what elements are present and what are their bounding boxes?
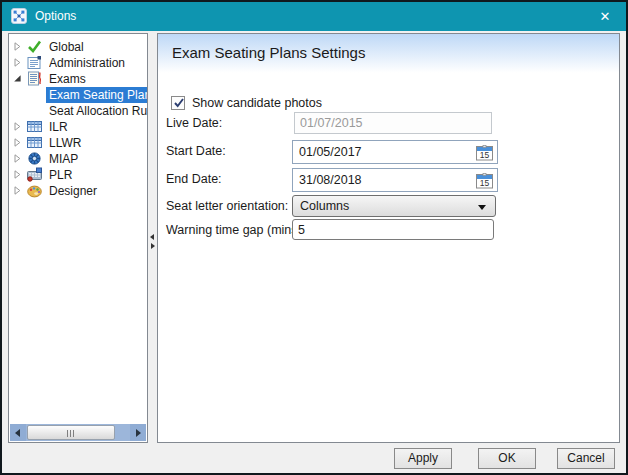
tree-item-designer[interactable]: Designer xyxy=(9,183,147,199)
tree-item-label: Exams xyxy=(49,71,147,87)
expander-expanded-icon[interactable] xyxy=(13,74,22,83)
arrow-left-icon xyxy=(15,429,20,437)
window-title: Options xyxy=(35,9,76,24)
category-tree: Global Administration xyxy=(8,33,148,443)
tree-horizontal-scrollbar[interactable] xyxy=(10,424,146,441)
tree-item-label: Designer xyxy=(49,183,147,199)
tree-item-label: ILR xyxy=(49,119,147,135)
dropdown-selected-value: Columns xyxy=(300,199,349,213)
palette-icon xyxy=(27,183,42,198)
splitter-collapse-icon xyxy=(150,234,154,240)
ok-button[interactable]: OK xyxy=(478,448,536,469)
panel-splitter[interactable] xyxy=(148,33,157,443)
expander-collapsed-icon[interactable] xyxy=(13,170,22,179)
tree-item-label: Global xyxy=(49,39,147,55)
admin-list-icon xyxy=(27,55,42,70)
calendar-icon: 15 xyxy=(476,173,493,189)
warning-time-gap-label: Warning time gap (mins): xyxy=(166,223,305,237)
tree-item-label: Administration xyxy=(49,55,147,71)
tree-item-global[interactable]: Global xyxy=(9,39,147,55)
scroll-right-button[interactable] xyxy=(130,424,146,441)
tree-item-ilr[interactable]: ILR xyxy=(9,119,147,135)
warning-time-gap-input[interactable] xyxy=(292,219,494,240)
page-title: Exam Seating Plans Settings xyxy=(158,34,619,61)
splitter-expand-icon xyxy=(151,243,155,249)
title-bar[interactable]: Options ✕ xyxy=(2,2,626,31)
show-candidate-photos-checkbox[interactable] xyxy=(171,96,185,110)
close-button[interactable]: ✕ xyxy=(584,2,626,31)
live-date-label: Live Date: xyxy=(166,116,222,130)
table-icon xyxy=(27,135,42,150)
check-icon xyxy=(173,97,185,109)
end-date-calendar-button[interactable]: 15 xyxy=(473,171,495,189)
tree-item-label: LLWR xyxy=(49,135,147,151)
close-icon: ✕ xyxy=(600,9,611,24)
calendar-day-text: 15 xyxy=(479,150,489,160)
tree-item-miap[interactable]: MIAP xyxy=(9,151,147,167)
selected-tree-item-label: Exam Seating Plan xyxy=(46,87,147,103)
calendar-icon: 15 xyxy=(476,145,493,161)
scroll-left-button[interactable] xyxy=(10,424,26,441)
start-date-picker[interactable]: 01/05/2017 15 xyxy=(292,140,498,164)
chevron-down-icon xyxy=(478,205,486,210)
apply-button[interactable]: Apply xyxy=(394,448,452,469)
checkbox-label: Show candidate photos xyxy=(192,96,322,111)
calendar-day-text: 15 xyxy=(479,178,489,188)
table-icon xyxy=(27,119,42,134)
expander-collapsed-icon[interactable] xyxy=(13,186,22,195)
options-dialog: Options ✕ Global Administration xyxy=(0,0,628,475)
settings-panel: Exam Seating Plans Settings Show candida… xyxy=(157,33,620,443)
exam-list-icon xyxy=(27,71,42,86)
grip-icon xyxy=(67,430,75,437)
cancel-button[interactable]: Cancel xyxy=(557,448,615,469)
gear-icon xyxy=(27,151,42,166)
tree-item-seat-allocation-rules[interactable]: Seat Allocation Ru xyxy=(9,103,147,119)
keyboard-icon xyxy=(27,167,42,182)
start-date-label: Start Date: xyxy=(166,144,226,158)
seat-letter-orientation-label: Seat letter orientation: xyxy=(166,199,288,213)
expander-collapsed-icon[interactable] xyxy=(13,154,22,163)
tree-item-label: Seat Allocation Ru xyxy=(49,103,147,119)
live-date-field xyxy=(294,112,492,134)
tree-item-exam-seating-plans[interactable]: Exam Seating Plan xyxy=(9,87,147,103)
scrollbar-thumb[interactable] xyxy=(27,425,115,440)
tree-item-llwr[interactable]: LLWR xyxy=(9,135,147,151)
checkmark-icon xyxy=(27,39,42,54)
arrow-right-icon xyxy=(136,429,141,437)
tree-item-label: PLR xyxy=(49,167,147,183)
end-date-picker[interactable]: 31/08/2018 15 xyxy=(292,168,498,192)
end-date-label: End Date: xyxy=(166,172,222,186)
tree-item-exams[interactable]: Exams xyxy=(9,71,147,87)
tree-item-administration[interactable]: Administration xyxy=(9,55,147,71)
settings-header: Exam Seating Plans Settings xyxy=(158,34,619,76)
start-date-value[interactable]: 01/05/2017 xyxy=(299,145,362,159)
expander-collapsed-icon[interactable] xyxy=(13,42,22,51)
expander-collapsed-icon[interactable] xyxy=(13,138,22,147)
app-icon xyxy=(11,8,27,24)
expander-collapsed-icon[interactable] xyxy=(13,122,22,131)
seat-letter-orientation-dropdown[interactable]: Columns xyxy=(292,195,496,217)
end-date-value[interactable]: 31/08/2018 xyxy=(299,173,362,187)
tree-item-plr[interactable]: PLR xyxy=(9,167,147,183)
expander-collapsed-icon[interactable] xyxy=(13,58,22,67)
start-date-calendar-button[interactable]: 15 xyxy=(473,143,495,161)
tree-item-label: MIAP xyxy=(49,151,147,167)
